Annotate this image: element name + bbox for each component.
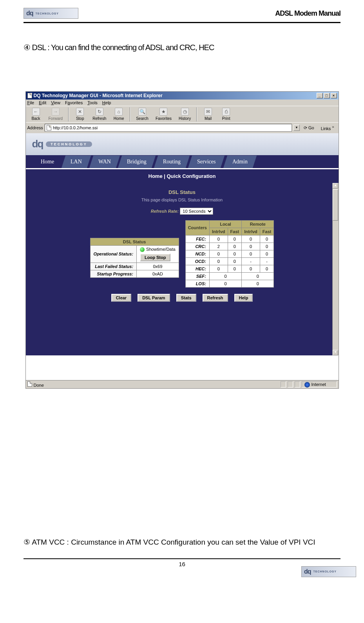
counters-corner: Counters: [185, 220, 209, 235]
star-icon: ★: [159, 108, 167, 116]
col-intrlvd: Intrlvd: [209, 228, 228, 235]
window-titlebar: DQ Technology Manager GUI - Microsoft In…: [26, 92, 339, 100]
intro-line: ④ DSL : You can find the connecting of A…: [24, 43, 340, 52]
status-seg: [281, 381, 286, 388]
mail-button[interactable]: ✉Mail: [199, 107, 217, 121]
dsl-status-header: DSL Status: [90, 238, 179, 245]
minimize-button[interactable]: _: [317, 93, 323, 98]
document-header: dq TECHNOLOGY ADSL Modem Manual: [24, 8, 340, 23]
page-icon: [27, 381, 32, 387]
status-zone: Internet: [302, 381, 337, 388]
scrollbar[interactable]: ▲ ▼: [332, 183, 339, 355]
search-icon: 🔍: [138, 108, 146, 116]
menu-view[interactable]: View: [51, 100, 60, 105]
browser-window: DQ Technology Manager GUI - Microsoft In…: [25, 91, 339, 389]
menu-edit[interactable]: Edit: [39, 100, 46, 105]
close-button[interactable]: ×: [331, 93, 337, 98]
status-dot-icon: [140, 247, 145, 252]
links-button[interactable]: Links »: [318, 124, 337, 132]
app-banner: dq TECHNOLOGY: [26, 133, 339, 155]
section-title: DSL Status: [34, 189, 331, 195]
toolbar-separator: [196, 107, 197, 121]
address-input[interactable]: http://10.0.0.2/home.ssi: [45, 124, 292, 132]
stop-button[interactable]: ✕Stop: [71, 107, 89, 121]
menu-favorites[interactable]: Favorites: [65, 100, 83, 105]
home-button[interactable]: ⌂Home: [110, 107, 127, 121]
table-row: HEC:0000: [185, 265, 274, 272]
scroll-up-button[interactable]: ▲: [333, 183, 338, 188]
refresh-action-button[interactable]: Refresh: [203, 294, 228, 302]
intro-text: DSL : You can find the connecting of ADS…: [32, 43, 214, 52]
refresh-rate-row: Refresh Rate: 10 Seconds: [34, 208, 331, 215]
menu-file[interactable]: File: [27, 100, 34, 105]
stats-button[interactable]: Stats: [176, 294, 196, 302]
menu-help[interactable]: Help: [102, 100, 111, 105]
loop-stop-button[interactable]: Loop Stop: [140, 254, 170, 261]
dsl-status-table: DSL Status Operational Status: Showtime/…: [90, 238, 179, 278]
refresh-icon: ↻: [96, 108, 103, 116]
last-failed-label: Last Failed Status:: [90, 263, 136, 270]
table-row: SEF:00: [185, 272, 274, 280]
go-button[interactable]: ⟳ Go: [301, 125, 317, 130]
atm-text: ATM VCC : Circumstance in ATM VCC Config…: [32, 538, 315, 546]
address-bar: Address http://10.0.0.2/home.ssi ▼ ⟳ Go …: [26, 122, 339, 133]
stop-icon: ✕: [76, 108, 84, 116]
clear-button[interactable]: Clear: [111, 294, 132, 302]
banner-badge: TECHNOLOGY: [46, 141, 92, 147]
intro-bullet: ④: [24, 43, 30, 52]
startup-progress-label: Startup Progress:: [90, 270, 136, 277]
toolbar-separator: [68, 107, 69, 121]
tab-home[interactable]: Home: [31, 156, 63, 168]
table-row: OCD:00--: [185, 257, 274, 265]
refresh-rate-select[interactable]: 10 Seconds: [180, 208, 213, 215]
atm-vcc-line: ⑤ ATM VCC : Circumstance in ATM VCC Conf…: [24, 538, 340, 547]
scroll-thumb[interactable]: [333, 189, 338, 221]
tab-admin[interactable]: Admin: [223, 156, 257, 168]
back-button[interactable]: ←Back: [27, 107, 45, 121]
scroll-down-button[interactable]: ▼: [333, 350, 338, 355]
tables-row: DSL Status Operational Status: Showtime/…: [34, 220, 331, 288]
refresh-button[interactable]: ↻Refresh: [89, 107, 109, 121]
toolbar-separator: [130, 107, 130, 121]
page-icon: [47, 125, 51, 130]
menu-tools[interactable]: Tools: [87, 100, 98, 105]
col-fast: Fast: [228, 228, 242, 235]
local-header: Local: [209, 220, 241, 228]
globe-icon: [304, 382, 310, 388]
banner-logo: dq TECHNOLOGY: [32, 138, 92, 150]
page-icon: DQ Technology Manager GUI - Microsoft In…: [27, 93, 163, 98]
history-icon: ◷: [181, 108, 189, 116]
search-button[interactable]: 🔍Search: [133, 107, 152, 121]
print-icon: ⎙: [222, 108, 230, 116]
address-value: http://10.0.0.2/home.ssi: [53, 125, 98, 130]
window-controls: _ □ ×: [317, 93, 337, 98]
help-button[interactable]: Help: [234, 294, 253, 302]
tab-wan[interactable]: WAN: [89, 156, 120, 168]
tab-lan[interactable]: LAN: [62, 156, 91, 168]
col-fast-r: Fast: [260, 228, 274, 235]
tab-services[interactable]: Services: [188, 156, 225, 168]
tab-routing[interactable]: Routing: [154, 156, 190, 168]
tab-bridging[interactable]: Bridging: [118, 156, 156, 168]
forward-button[interactable]: →Forward: [45, 107, 66, 121]
table-row: Startup Progress: 0xAD: [90, 270, 179, 277]
op-status-cell: Showtime/Data Loop Stop: [137, 245, 179, 263]
history-button[interactable]: ◷History: [176, 107, 194, 121]
dsl-param-button[interactable]: DSL Param: [138, 294, 170, 302]
op-status-value: Showtime/Data: [146, 247, 176, 252]
table-row: NCD:0000: [185, 250, 274, 257]
maximize-button[interactable]: □: [324, 93, 330, 98]
window-title: DQ Technology Manager GUI - Microsoft In…: [34, 93, 163, 98]
print-button[interactable]: ⎙Print: [217, 107, 235, 121]
table-row: FEC:0000: [185, 235, 274, 243]
status-left: Done: [27, 381, 44, 388]
col-intrlvd-r: Intrlvd: [242, 228, 260, 235]
atm-bullet: ⑤: [24, 538, 30, 546]
favorites-button[interactable]: ★Favorites: [152, 107, 175, 121]
section-description: This page displays DSL Status Informatio…: [34, 197, 331, 202]
logo-dq: dq: [26, 10, 33, 17]
page-number: 16: [179, 561, 185, 567]
dsl-status-page: DSL Status This page displays DSL Status…: [26, 183, 339, 355]
refresh-label: Refresh Rate:: [151, 209, 179, 214]
address-dropdown-button[interactable]: ▼: [293, 125, 300, 131]
